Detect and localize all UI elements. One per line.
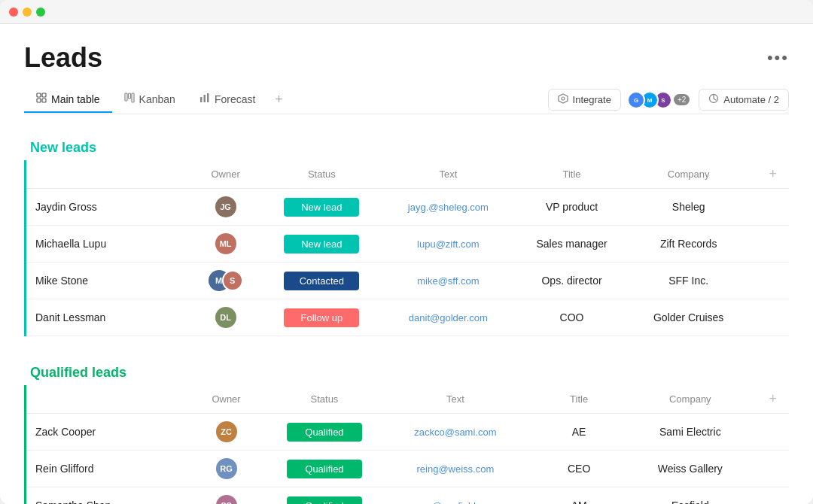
cell-owner: ML xyxy=(191,226,260,263)
qualified-leads-title: Qualified leads xyxy=(30,365,126,381)
int-count: +2 xyxy=(674,94,690,105)
tab-main-table[interactable]: Main table xyxy=(24,87,112,113)
col-name-header-q xyxy=(26,385,191,414)
tab-kanban[interactable]: Kanban xyxy=(112,87,187,113)
table-row[interactable]: Jaydin Gross JG New lead jayg.@sheleg.co… xyxy=(26,189,790,226)
table-row[interactable]: Rein Glifford RG Qualified reing@weiss.c… xyxy=(26,451,790,487)
tab-forecast[interactable]: Forecast xyxy=(187,87,267,113)
table-row[interactable]: Michaella Lupu ML New lead lupu@zift.com… xyxy=(26,226,790,263)
cell-email: sam@ecofield.com xyxy=(387,487,523,505)
cell-empty xyxy=(746,451,789,487)
cell-empty xyxy=(747,299,789,336)
cell-company: Sheleg xyxy=(630,189,747,226)
maximize-dot[interactable] xyxy=(36,8,45,17)
cell-owner: ZC xyxy=(191,414,262,451)
minimize-dot[interactable] xyxy=(23,8,32,17)
cell-owner: MS xyxy=(191,263,260,299)
main-content: Leads ••• Main table xyxy=(0,24,813,504)
grid-icon xyxy=(36,93,47,105)
cell-email: mike@sff.com xyxy=(383,263,513,299)
cell-owner: DL xyxy=(191,299,260,336)
integrate-icon xyxy=(558,93,568,106)
new-leads-title: New leads xyxy=(30,140,96,156)
table-row[interactable]: Samantha Shen SS Qualified sam@ecofield.… xyxy=(26,487,790,505)
cell-status: Qualified xyxy=(262,414,388,451)
qualified-leads-body: Zack Cooper ZC Qualified zackco@sami.com… xyxy=(26,414,790,505)
cell-status: Follow up xyxy=(260,299,383,336)
svg-rect-5 xyxy=(128,93,130,99)
cell-company: Zift Records xyxy=(630,226,747,263)
integrate-button[interactable]: Integrate xyxy=(548,89,621,111)
col-status-header-q: Status xyxy=(262,385,388,414)
titlebar xyxy=(0,0,813,24)
tab-kanban-label: Kanban xyxy=(139,93,175,105)
col-status-header: Status xyxy=(260,160,383,189)
cell-title: AE xyxy=(523,414,634,451)
cell-company: Weiss Gallery xyxy=(635,451,746,487)
cell-company: Sami Electric xyxy=(635,414,746,451)
cell-empty xyxy=(746,414,789,451)
cell-empty xyxy=(747,226,789,263)
cell-title: VP product xyxy=(513,189,631,226)
cell-email: lupu@zift.com xyxy=(383,226,513,263)
app-window: Leads ••• Main table xyxy=(0,0,813,504)
add-column-button-qualified[interactable]: + xyxy=(766,391,780,407)
svg-rect-9 xyxy=(207,93,209,102)
svg-text:S: S xyxy=(661,97,665,104)
qualified-leads-table: Owner Status Text Title Company + Zack C… xyxy=(24,385,789,504)
chart-icon xyxy=(199,93,210,105)
cell-empty xyxy=(747,189,789,226)
tab-main-table-label: Main table xyxy=(51,93,100,105)
svg-rect-3 xyxy=(42,99,46,102)
cell-name: Mike Stone xyxy=(26,263,191,299)
cell-company: SFF Inc. xyxy=(630,263,747,299)
tab-add-button[interactable]: + xyxy=(267,86,291,114)
new-leads-table: Owner Status Text Title Company + Jaydin… xyxy=(24,160,789,336)
new-leads-body: Jaydin Gross JG New lead jayg.@sheleg.co… xyxy=(26,189,790,336)
col-add-header: + xyxy=(747,160,789,189)
col-company-header: Company xyxy=(630,160,747,189)
col-add-header-q: + xyxy=(746,385,789,414)
qualified-leads-header-row: Owner Status Text Title Company + xyxy=(26,385,790,414)
svg-rect-1 xyxy=(42,93,46,97)
close-dot[interactable] xyxy=(9,8,18,17)
svg-rect-8 xyxy=(203,95,206,102)
add-column-button-new[interactable]: + xyxy=(766,166,780,182)
page-title: Leads xyxy=(24,42,102,74)
col-title-header-q: Title xyxy=(523,385,634,414)
table-row[interactable]: Zack Cooper ZC Qualified zackco@sami.com… xyxy=(26,414,790,451)
cell-company: Ecofield xyxy=(635,487,746,505)
cell-owner: SS xyxy=(191,487,262,505)
tab-forecast-label: Forecast xyxy=(215,93,255,105)
cell-title: AM xyxy=(523,487,634,505)
cell-status: New lead xyxy=(260,189,383,226)
cell-name: Samantha Shen xyxy=(26,487,191,505)
cell-name: Zack Cooper xyxy=(26,414,191,451)
cell-email: zackco@sami.com xyxy=(387,414,523,451)
table-row[interactable]: Mike Stone MS Contacted mike@sff.com Ops… xyxy=(26,263,790,299)
cell-status: New lead xyxy=(260,226,383,263)
cell-owner: RG xyxy=(191,451,262,487)
cell-name: Jaydin Gross xyxy=(26,189,191,226)
cell-status: Qualified xyxy=(262,451,388,487)
automate-icon xyxy=(708,93,719,106)
cell-empty xyxy=(746,487,789,505)
page-header: Leads ••• xyxy=(24,42,789,74)
cell-status: Qualified xyxy=(262,487,388,505)
toolbar-right: Integrate G M S +2 xyxy=(548,89,789,111)
cell-company: Golder Cruises xyxy=(630,299,747,336)
automate-label: Automate / 2 xyxy=(723,94,779,105)
col-text-header: Text xyxy=(383,160,513,189)
table-row[interactable]: Danit Lessman DL Follow up danit@golder.… xyxy=(26,299,790,336)
col-owner-header-q: Owner xyxy=(191,385,262,414)
more-button[interactable]: ••• xyxy=(767,50,789,66)
svg-rect-6 xyxy=(132,93,134,102)
new-leads-header: New leads xyxy=(24,132,789,160)
cell-email: danit@golder.com xyxy=(383,299,513,336)
svg-rect-7 xyxy=(200,97,202,102)
cell-title: COO xyxy=(513,299,631,336)
automate-button[interactable]: Automate / 2 xyxy=(699,89,789,111)
new-leads-section: New leads Owner Status Text Title Compan… xyxy=(24,132,789,336)
cell-email: reing@weiss.com xyxy=(387,451,523,487)
col-title-header: Title xyxy=(513,160,631,189)
